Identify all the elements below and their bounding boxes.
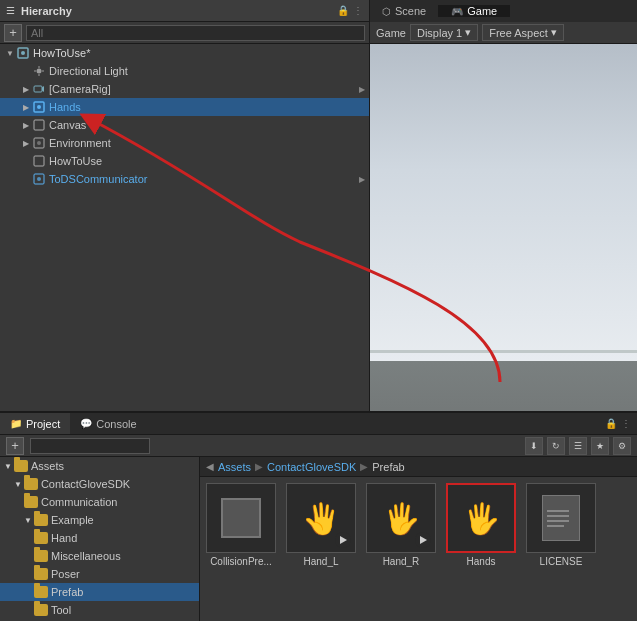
tree-item-communication[interactable]: Communication bbox=[0, 493, 199, 511]
tree-label-tool: Tool bbox=[51, 604, 71, 616]
game-toolbar: Game Display 1 ▾ Free Aspect ▾ bbox=[370, 22, 637, 44]
filter-icon[interactable]: ☰ bbox=[569, 437, 587, 455]
hierarchy-item-howtouse[interactable]: ▼ HowToUse* bbox=[0, 44, 369, 62]
asset-label-hands: Hands bbox=[467, 556, 496, 567]
hierarchy-item-environment[interactable]: ▶ Environment bbox=[0, 134, 369, 152]
display-chevron-icon: ▾ bbox=[465, 26, 471, 39]
breadcrumb-sdk[interactable]: ContactGloveSDK bbox=[267, 461, 356, 473]
hierarchy-item-directional-light[interactable]: ▶ Directional Light bbox=[0, 62, 369, 80]
tree-label-contactglovesdk: ContactGloveSDK bbox=[41, 478, 130, 490]
display-dropdown[interactable]: Display 1 ▾ bbox=[410, 24, 478, 41]
hierarchy-item-hands[interactable]: ▶ Hands bbox=[0, 98, 369, 116]
asset-item-license[interactable]: LICENSE bbox=[524, 481, 598, 569]
tree-item-miscellaneous[interactable]: Miscellaneous bbox=[0, 547, 199, 565]
tree-item-contactglovesdk[interactable]: ▼ ContactGloveSDK bbox=[0, 475, 199, 493]
hand-l-icon: 🖐 bbox=[303, 501, 340, 536]
hands-asset-icon: 🖐 bbox=[463, 501, 500, 536]
camerarig-label: [CameraRig] bbox=[49, 83, 111, 95]
asset-item-collisionpre[interactable]: CollisionPre... bbox=[204, 481, 278, 569]
bottom-tab-bar: 📁 Project 💬 Console 🔒 ⋮ bbox=[0, 413, 637, 435]
breadcrumb-sep-1: ▶ bbox=[255, 461, 263, 472]
asset-item-hand-l[interactable]: 🖐 Hand_L bbox=[284, 481, 358, 569]
breadcrumb-arrow[interactable]: ◀ bbox=[206, 461, 214, 472]
asset-thumb-hand-r: 🖐 bbox=[366, 483, 436, 553]
tab-project[interactable]: 📁 Project bbox=[0, 413, 70, 434]
lock-icon[interactable]: 🔒 bbox=[605, 418, 617, 429]
expand-arrow-canvas[interactable]: ▶ bbox=[20, 119, 32, 131]
bottom-content: ▼ Assets ▼ ContactGloveSDK Communication… bbox=[0, 457, 637, 621]
folder-icon-assets bbox=[14, 460, 28, 472]
folder-icon-contactglovesdk bbox=[24, 478, 38, 490]
hierarchy-lock-icon[interactable]: 🔒 bbox=[337, 5, 349, 16]
tree-label-hand: Hand bbox=[51, 532, 77, 544]
tree-item-prefab[interactable]: Prefab bbox=[0, 583, 199, 601]
svg-point-10 bbox=[37, 105, 41, 109]
aspect-value: Free Aspect bbox=[489, 27, 548, 39]
breadcrumb-sep-2: ▶ bbox=[360, 461, 368, 472]
breadcrumb-prefab[interactable]: Prefab bbox=[372, 461, 404, 473]
breadcrumb-assets[interactable]: Assets bbox=[218, 461, 251, 473]
tab-game[interactable]: 🎮 Game bbox=[439, 5, 510, 17]
hierarchy-item-camerarig[interactable]: ▶ [CameraRig] ▶ bbox=[0, 80, 369, 98]
tab-scene[interactable]: ⬡ Scene bbox=[370, 5, 439, 17]
expand-arrow-camerarig[interactable]: ▶ bbox=[20, 83, 32, 95]
environment-label: Environment bbox=[49, 137, 111, 149]
hierarchy-item-howtouse2[interactable]: ▶ HowToUse bbox=[0, 152, 369, 170]
asset-tree-panel: ▼ Assets ▼ ContactGloveSDK Communication… bbox=[0, 457, 200, 621]
tab-console[interactable]: 💬 Console bbox=[70, 413, 146, 434]
settings-icon[interactable]: ⚙ bbox=[613, 437, 631, 455]
hierarchy-add-button[interactable]: + bbox=[4, 24, 22, 42]
console-label: Console bbox=[96, 418, 136, 430]
asset-item-hands[interactable]: 🖐 Hands bbox=[444, 481, 518, 569]
project-label: Project bbox=[26, 418, 60, 430]
play-icon-hand-r bbox=[415, 532, 431, 548]
folder-icon-hand bbox=[34, 532, 48, 544]
bottom-toolbar: + ⬇ ↻ ☰ ★ ⚙ bbox=[0, 435, 637, 457]
game-icon: 🎮 bbox=[451, 6, 463, 17]
tree-item-assets[interactable]: ▼ Assets bbox=[0, 457, 199, 475]
scene-game-tab-area: ⬡ Scene 🎮 Game bbox=[370, 5, 637, 17]
hierarchy-item-canvas[interactable]: ▶ Canvas bbox=[0, 116, 369, 134]
tree-item-poser[interactable]: Poser bbox=[0, 565, 199, 583]
tree-item-example[interactable]: ▼ Example bbox=[0, 511, 199, 529]
asset-thumb-hands: 🖐 bbox=[446, 483, 516, 553]
game-toolbar-label: Game bbox=[376, 27, 406, 39]
svg-point-13 bbox=[37, 141, 41, 145]
bottom-tab-controls: 🔒 ⋮ bbox=[605, 418, 637, 429]
star-icon[interactable]: ★ bbox=[591, 437, 609, 455]
scene-label: Scene bbox=[395, 5, 426, 17]
dots-icon[interactable]: ⋮ bbox=[621, 418, 631, 429]
tree-item-tool[interactable]: Tool bbox=[0, 601, 199, 619]
hierarchy-header-controls: 🔒 ⋮ bbox=[337, 5, 363, 16]
expand-arrow-howtouse[interactable]: ▼ bbox=[4, 47, 16, 59]
refresh-icon[interactable]: ↻ bbox=[547, 437, 565, 455]
asset-item-hand-r[interactable]: 🖐 Hand_R bbox=[364, 481, 438, 569]
tree-label-assets: Assets bbox=[31, 460, 64, 472]
svg-point-2 bbox=[37, 69, 42, 74]
hierarchy-search-input[interactable] bbox=[26, 25, 365, 41]
expand-arrow-hands[interactable]: ▶ bbox=[20, 101, 32, 113]
scene-icon: ⬡ bbox=[382, 6, 391, 17]
svg-point-1 bbox=[21, 51, 25, 55]
console-icon: 💬 bbox=[80, 418, 92, 429]
project-search-input[interactable] bbox=[30, 438, 150, 454]
import-icon[interactable]: ⬇ bbox=[525, 437, 543, 455]
game-horizon bbox=[370, 350, 637, 353]
tree-label-example: Example bbox=[51, 514, 94, 526]
gameobject-icon-howtouse2 bbox=[32, 154, 46, 168]
aspect-dropdown[interactable]: Free Aspect ▾ bbox=[482, 24, 564, 41]
arrow-contactglovesdk: ▼ bbox=[14, 480, 22, 489]
tree-item-hand[interactable]: Hand bbox=[0, 529, 199, 547]
hierarchy-item-todscommunicator[interactable]: ▶ ToDSCommunicator ▶ bbox=[0, 170, 369, 188]
light-icon bbox=[32, 64, 46, 78]
svg-rect-7 bbox=[34, 86, 42, 92]
asset-thumb-collisionpre bbox=[206, 483, 276, 553]
asset-thumb-hand-l: 🖐 bbox=[286, 483, 356, 553]
hierarchy-toolbar: + bbox=[0, 22, 369, 44]
project-add-button[interactable]: + bbox=[6, 437, 24, 455]
camerarig-right-arrow: ▶ bbox=[359, 85, 365, 94]
expand-arrow-environment[interactable]: ▶ bbox=[20, 137, 32, 149]
hierarchy-dots-icon[interactable]: ⋮ bbox=[353, 5, 363, 16]
asset-content-panel: ◀ Assets ▶ ContactGloveSDK ▶ Prefab Coll… bbox=[200, 457, 637, 621]
hands-label: Hands bbox=[49, 101, 81, 113]
